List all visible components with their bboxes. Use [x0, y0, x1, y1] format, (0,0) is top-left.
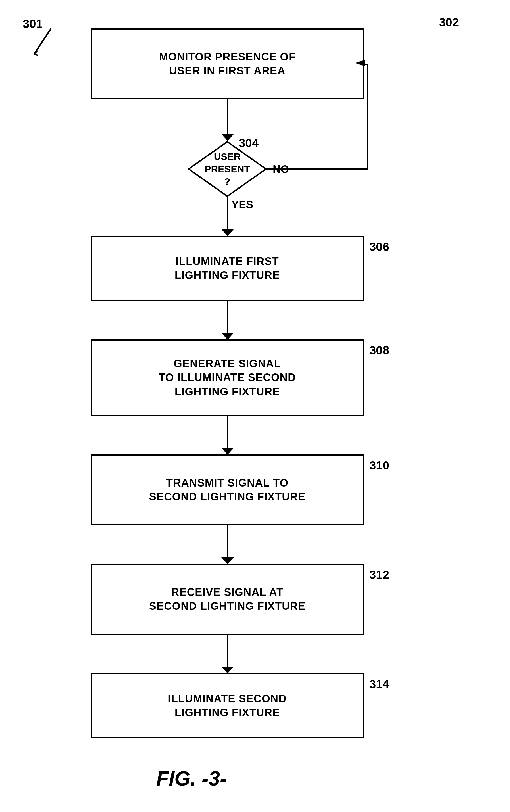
arrow-310-to-312	[227, 525, 228, 560]
ref-308: 308	[369, 344, 389, 357]
box-310: TRANSMIT SIGNAL TO SECOND LIGHTING FIXTU…	[91, 454, 364, 525]
arrowhead-312-to-314	[221, 667, 234, 674]
box-308-text: GENERATE SIGNAL TO ILLUMINATE SECOND LIG…	[159, 357, 296, 399]
svg-marker-9	[221, 557, 234, 564]
ref-314: 314	[369, 678, 389, 691]
box-302-text: MONITOR PRESENCE OF USER IN FIRST AREA	[159, 50, 296, 78]
ref-306: 306	[369, 240, 389, 253]
arrow-304-to-306	[227, 198, 228, 232]
arrowhead-302-to-304	[221, 134, 234, 141]
box-302: MONITOR PRESENCE OF USER IN FIRST AREA	[91, 28, 364, 99]
box-314: ILLUMINATE SECOND LIGHTING FIXTURE	[91, 673, 364, 739]
arrow-308-to-310	[227, 416, 228, 450]
no-path-vertical	[367, 64, 368, 170]
box-308: GENERATE SIGNAL TO ILLUMINATE SECOND LIG…	[91, 339, 364, 416]
svg-marker-8	[221, 448, 234, 455]
svg-marker-10	[221, 667, 234, 673]
ref-302: 302	[439, 16, 459, 29]
svg-marker-4	[189, 142, 266, 196]
box-306: ILLUMINATE FIRST LIGHTING FIXTURE	[91, 236, 364, 301]
ref-310: 310	[369, 459, 389, 472]
arrowhead-310-to-312	[221, 557, 234, 564]
arrow-302-to-304	[227, 99, 228, 136]
arrowhead-304-to-306	[221, 229, 234, 236]
arrowhead-308-to-310	[221, 448, 234, 455]
svg-marker-3	[221, 134, 234, 141]
arrowhead-306-to-308	[221, 333, 234, 340]
box-312-text: RECEIVE SIGNAL AT SECOND LIGHTING FIXTUR…	[149, 585, 306, 613]
svg-marker-6	[221, 229, 234, 236]
diagram-container: 301 302 MONITOR PRESENCE OF USER IN FIRS…	[0, 0, 510, 812]
no-path-horizontal	[266, 168, 368, 170]
arrowhead-no	[355, 60, 365, 67]
box-310-text: TRANSMIT SIGNAL TO SECOND LIGHTING FIXTU…	[149, 476, 306, 504]
svg-marker-7	[221, 333, 234, 340]
ref-301-arrow	[31, 26, 57, 57]
arrow-306-to-308	[227, 301, 228, 335]
svg-line-2	[34, 54, 38, 55]
box-312: RECEIVE SIGNAL AT SECOND LIGHTING FIXTUR…	[91, 564, 364, 635]
arrow-312-to-314	[227, 635, 228, 669]
figure-caption: FIG. -3-	[156, 767, 227, 790]
box-314-text: ILLUMINATE SECOND LIGHTING FIXTURE	[168, 692, 286, 720]
svg-line-0	[34, 28, 51, 54]
diamond-304: USER PRESENT ?	[188, 141, 267, 198]
ref-312: 312	[369, 568, 389, 582]
svg-marker-5	[355, 60, 365, 66]
yes-label: YES	[232, 199, 253, 211]
box-306-text: ILLUMINATE FIRST LIGHTING FIXTURE	[175, 254, 280, 282]
